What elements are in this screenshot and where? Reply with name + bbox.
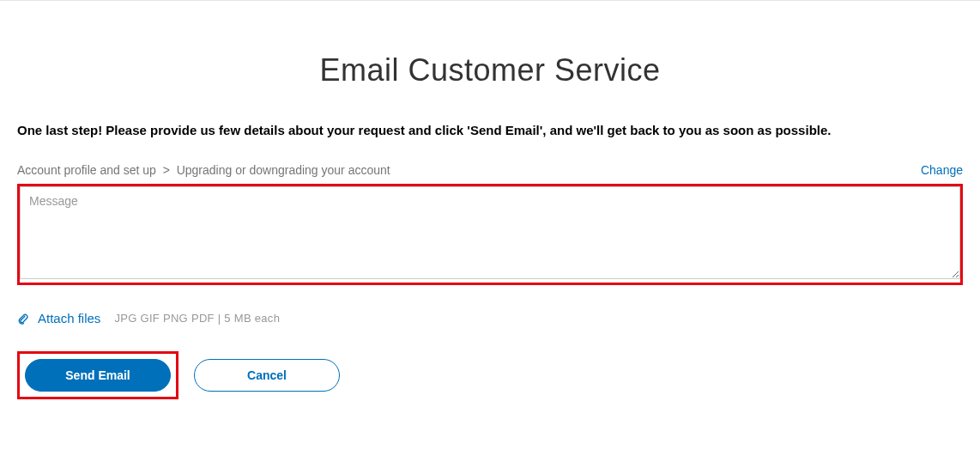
- breadcrumb: Account profile and set up > Upgrading o…: [17, 163, 390, 177]
- paperclip-icon: [17, 312, 29, 325]
- message-textarea[interactable]: [20, 186, 960, 279]
- send-highlight-box: Send Email: [17, 351, 178, 399]
- cancel-button[interactable]: Cancel: [194, 359, 340, 392]
- instruction-text: One last step! Please provide us few det…: [17, 123, 963, 137]
- breadcrumb-row: Account profile and set up > Upgrading o…: [17, 163, 963, 177]
- breadcrumb-separator: >: [163, 163, 170, 177]
- button-row: Send Email Cancel: [17, 351, 963, 399]
- breadcrumb-category: Account profile and set up: [17, 163, 156, 177]
- attach-hint: JPG GIF PNG PDF | 5 MB each: [114, 312, 280, 325]
- attach-files-link[interactable]: Attach files: [38, 311, 100, 325]
- change-link[interactable]: Change: [921, 163, 963, 177]
- send-email-button[interactable]: Send Email: [25, 359, 171, 392]
- breadcrumb-subcategory: Upgrading or downgrading your account: [177, 163, 390, 177]
- attach-row: Attach files JPG GIF PNG PDF | 5 MB each: [17, 311, 963, 325]
- page-title: Email Customer Service: [17, 52, 963, 88]
- message-highlight-box: [17, 184, 963, 285]
